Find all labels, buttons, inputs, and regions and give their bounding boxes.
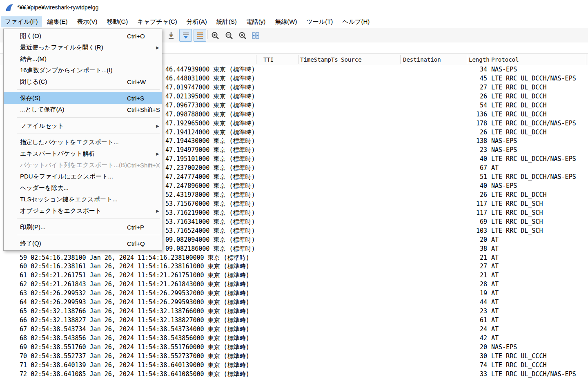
- packet-time-text: 47.098788000 東京 (標準時): [165, 110, 255, 119]
- packet-length: 54: [480, 101, 487, 110]
- packet-protocol: AT: [491, 325, 499, 334]
- packet-row[interactable]: 65 02:54:32.138766 Jan 26, 2024 11:54:32…: [0, 307, 588, 316]
- column-resize-handle[interactable]: [338, 55, 338, 64]
- packet-time-text: 53.715670000 東京 (標準時): [165, 199, 255, 208]
- zoom-normal-button[interactable]: [236, 29, 249, 42]
- packet-length: 178: [476, 119, 487, 128]
- menubar-item[interactable]: 表示(V): [73, 16, 102, 27]
- menu-item[interactable]: TLSセッション鍵をエクスポート...: [4, 194, 162, 205]
- menubar-item[interactable]: 統計(S): [212, 16, 241, 27]
- packet-protocol: AT: [491, 244, 499, 253]
- menu-item[interactable]: PDUをファイルにエクスポート...: [4, 171, 162, 182]
- packet-length: 103: [476, 226, 487, 235]
- menu-item[interactable]: 保存(S)Ctrl+S: [4, 92, 162, 104]
- menu-item[interactable]: 印刷(P)...Ctrl+P: [4, 221, 162, 233]
- packet-time-text: 52.431978000 東京 (標準時): [165, 190, 255, 199]
- menu-item[interactable]: 16進数ダンプからインポート...(I): [4, 65, 162, 76]
- auto-scroll-icon: [181, 31, 190, 40]
- menu-item-label: 16進数ダンプからインポート...(I): [20, 67, 113, 74]
- column-header-timestampts[interactable]: TimeStampTs: [300, 56, 338, 63]
- menubar-item[interactable]: 電話(y): [242, 16, 270, 27]
- colorize-packets-button[interactable]: [194, 29, 206, 42]
- menu-item[interactable]: オブジェクトをエクスポート▶: [4, 205, 162, 216]
- packet-time-text: 67 02:54:38.543734 Jan 26, 2024 11:54:38…: [20, 325, 249, 334]
- menu-item-label: 閉じる(C): [20, 78, 47, 86]
- menu-item[interactable]: ヘッダーを除去...: [4, 182, 162, 194]
- menu-item[interactable]: 最近使ったファイルを開く(R)▶: [4, 42, 162, 53]
- column-header-length[interactable]: Length: [469, 56, 490, 63]
- menu-item[interactable]: 指定したパケットをエクスポート...: [4, 136, 162, 148]
- packet-row[interactable]: 61 02:54:21.261751 Jan 26, 2024 11:54:21…: [0, 271, 588, 280]
- packet-length: 117: [476, 208, 487, 217]
- menu-item-label: ファイルセット: [20, 122, 64, 130]
- packet-protocol: NAS-EPS: [491, 145, 517, 154]
- column-header-tti[interactable]: TTI: [263, 56, 274, 63]
- column-resize-handle[interactable]: [467, 55, 467, 64]
- packet-protocol: AT: [491, 307, 499, 316]
- zoom-in-button[interactable]: [209, 29, 221, 42]
- column-resize-handle[interactable]: [489, 55, 489, 64]
- packet-row[interactable]: 71 02:54:38.640139 Jan 26, 2024 11:54:38…: [0, 361, 588, 370]
- column-resize-handle[interactable]: [298, 55, 298, 64]
- packet-protocol: LTE RRC UL_DCCH/NAS-EPS: [491, 370, 576, 379]
- packet-row[interactable]: 70 02:54:38.552737 Jan 26, 2024 11:54:38…: [0, 352, 588, 361]
- column-resize-handle[interactable]: [256, 55, 256, 64]
- menubar-item[interactable]: 分析(A): [183, 16, 211, 27]
- packet-row[interactable]: 60 02:54:16.238161 Jan 26, 2024 11:54:16…: [0, 262, 588, 271]
- auto-scroll-button[interactable]: [179, 29, 192, 42]
- menubar-item[interactable]: 無線(W): [271, 16, 301, 27]
- menu-separator: [4, 233, 162, 238]
- packet-length: 40: [480, 181, 487, 190]
- packet-row[interactable]: 59 02:54:16.238100 Jan 26, 2024 11:54:16…: [0, 253, 588, 262]
- packet-time-text: 46.447939000 東京 (標準時): [165, 65, 255, 74]
- packet-row[interactable]: 72 02:54:38.641085 Jan 26, 2024 11:54:38…: [0, 370, 588, 379]
- column-header-protocol[interactable]: Protocol: [491, 56, 519, 63]
- resize-columns-button[interactable]: [249, 29, 262, 42]
- menu-item[interactable]: ファイルセット▶: [4, 120, 162, 132]
- column-resize-handle[interactable]: [400, 55, 401, 64]
- packet-length: 24: [480, 325, 487, 334]
- menu-item-shortcut: Ctrl+Shift+X: [127, 162, 160, 169]
- menu-item[interactable]: 閉じる(C)Ctrl+W: [4, 76, 162, 87]
- packet-protocol: AT: [491, 298, 499, 307]
- menu-item[interactable]: 終了(Q)Ctrl+Q: [4, 238, 162, 249]
- column-header-source[interactable]: Source: [341, 56, 362, 63]
- zoom-out-button[interactable]: [223, 29, 235, 42]
- packet-length: 30: [480, 352, 487, 361]
- submenu-arrow-icon: ▶: [156, 45, 159, 50]
- menu-item[interactable]: 結合...(M): [4, 53, 162, 65]
- packet-row[interactable]: 67 02:54:38.543734 Jan 26, 2024 11:54:38…: [0, 325, 588, 334]
- menubar-item[interactable]: 編集(E): [43, 16, 72, 27]
- packet-protocol: NAS-EPS: [491, 343, 517, 352]
- packet-length: 117: [476, 199, 487, 208]
- packet-protocol: LTE RRC UL_DCCH: [491, 128, 546, 137]
- packet-length: 27: [480, 262, 487, 271]
- menu-item[interactable]: エキスパートパケット解析▶: [4, 148, 162, 159]
- packet-time-text: 47.247774000 東京 (標準時): [165, 172, 255, 181]
- packet-time-text: 62 02:54:21.261843 Jan 26, 2024 11:54:21…: [20, 280, 249, 289]
- packet-row[interactable]: 68 02:54:38.543856 Jan 26, 2024 11:54:38…: [0, 334, 588, 343]
- menu-item[interactable]: ...として保存(A)Ctrl+Shift+S: [4, 104, 162, 115]
- packet-time-text: 63 02:54:26.299532 Jan 26, 2024 11:54:26…: [20, 289, 249, 298]
- go-to-bottom-button[interactable]: [165, 29, 177, 42]
- packet-protocol: LTE RRC DL_DCCH: [491, 101, 546, 110]
- packet-protocol: NAS-EPS: [491, 65, 517, 74]
- packet-row[interactable]: 64 02:54:26.299593 Jan 26, 2024 11:54:26…: [0, 298, 588, 307]
- packet-row[interactable]: 69 02:54:38.551760 Jan 26, 2024 11:54:38…: [0, 343, 588, 352]
- menubar-item[interactable]: ツール(T): [302, 16, 337, 27]
- menubar-item[interactable]: ヘルプ(H): [338, 16, 374, 27]
- packet-time-text: 46.448031000 東京 (標準時): [165, 74, 255, 83]
- menubar-item[interactable]: キャプチャ(C): [133, 16, 181, 27]
- menu-separator: [4, 115, 162, 120]
- packet-row[interactable]: 66 02:54:32.138827 Jan 26, 2024 11:54:32…: [0, 316, 588, 325]
- packet-row[interactable]: 62 02:54:21.261843 Jan 26, 2024 11:54:21…: [0, 280, 588, 289]
- menu-item-label: 開く(O): [20, 32, 41, 40]
- colorize-packets-icon: [196, 31, 205, 40]
- column-header-destination[interactable]: Destination: [403, 56, 441, 63]
- menu-item[interactable]: 開く(O)Ctrl+O: [4, 30, 162, 42]
- menubar-item[interactable]: ファイル(F): [1, 16, 42, 27]
- menubar-item[interactable]: 移動(G): [103, 16, 132, 27]
- packet-length: 33: [480, 370, 487, 379]
- packet-row[interactable]: 63 02:54:26.299532 Jan 26, 2024 11:54:26…: [0, 289, 588, 298]
- packet-protocol: AT: [491, 235, 499, 244]
